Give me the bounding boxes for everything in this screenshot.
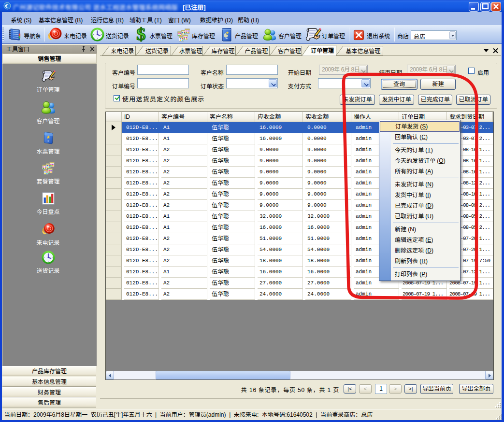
svg-text:客户管理: 客户管理 xyxy=(278,48,301,55)
svg-text:订单管理: 订单管理 xyxy=(311,47,334,54)
svg-text:产品管理: 产品管理 xyxy=(245,48,268,55)
svg-text:基本信息管理: 基本信息管理 xyxy=(346,48,380,55)
svg-text:送货记录: 送货记录 xyxy=(145,48,169,55)
svg-text:水票管理: 水票管理 xyxy=(179,48,202,55)
svg-text:$: $ xyxy=(136,26,145,42)
svg-text:来电记录: 来电记录 xyxy=(111,48,134,55)
svg-text:库存管理: 库存管理 xyxy=(211,48,234,55)
